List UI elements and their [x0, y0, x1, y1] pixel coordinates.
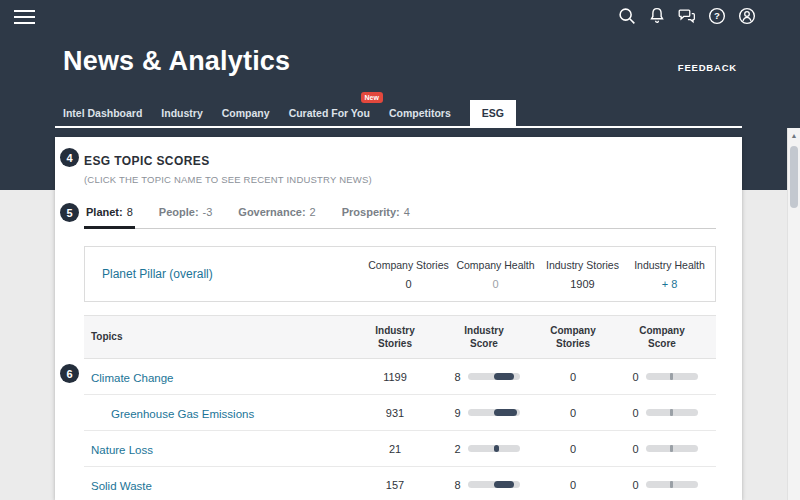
- topic-link-greenhouse-gas[interactable]: Greenhouse Gas Emissions: [111, 408, 254, 420]
- stat-company-stories-value: 0: [365, 278, 452, 290]
- section-head: ESG TOPIC SCORES (CLICK THE TOPIC NAME T…: [55, 137, 742, 185]
- tab-intel-dashboard[interactable]: Intel Dashboard: [63, 100, 142, 126]
- topic-link-climate-change[interactable]: Climate Change: [91, 372, 173, 384]
- industry-stories-value: 1199: [360, 371, 430, 383]
- company-score-value: 0: [627, 443, 639, 455]
- industry-score-value: 2: [449, 443, 461, 455]
- svg-text:?: ?: [714, 10, 720, 21]
- company-score-gauge: [646, 409, 698, 416]
- pillar-tab-planet-value: 8: [127, 206, 133, 218]
- topbar-icons: ?: [616, 5, 758, 27]
- topics-table: Topics Industry Stories Industry Score C…: [84, 315, 716, 500]
- stat-company-health-value: 0: [452, 278, 539, 290]
- scrollbar-thumb[interactable]: [790, 146, 798, 208]
- industry-score-gauge: [468, 373, 520, 380]
- company-score-value: 0: [627, 407, 639, 419]
- header-topics: Topics: [84, 330, 360, 344]
- company-score-value: 0: [627, 371, 639, 383]
- pillar-overview-box: Planet Pillar (overall) Company Stories …: [84, 246, 716, 302]
- header-industry-stories: Industry Stories: [360, 324, 430, 351]
- header-company-score: Company Score: [608, 324, 716, 351]
- pillar-tab-prosperity[interactable]: Prosperity:4: [340, 206, 412, 229]
- pillar-tab-planet-label: Planet:: [86, 206, 123, 218]
- tab-company[interactable]: Company: [222, 100, 270, 126]
- industry-score-gauge: [468, 481, 520, 488]
- tab-competitors[interactable]: Competitors: [389, 100, 451, 126]
- search-icon[interactable]: [616, 5, 638, 27]
- feedback-button[interactable]: FEEDBACK: [678, 62, 737, 73]
- company-score-gauge: [646, 445, 698, 452]
- messages-chat-icon[interactable]: [676, 5, 698, 27]
- new-badge: New: [361, 92, 383, 103]
- vertical-scrollbar[interactable]: ▲: [787, 128, 800, 500]
- nav-underline: [55, 126, 742, 128]
- company-score-value: 0: [627, 479, 639, 491]
- main-nav: Intel Dashboard Industry Company Curated…: [63, 100, 516, 126]
- stat-industry-stories-label: Industry Stories: [539, 259, 626, 271]
- industry-stories-value: 931: [360, 407, 430, 419]
- industry-score-value: 8: [449, 371, 461, 383]
- table-row-climate-change: Climate Change 1199 8 0 0: [84, 359, 716, 395]
- news-analytics-page: ? News & Analytics FEEDBACK Intel Dashbo…: [0, 0, 800, 500]
- company-score-gauge: [646, 481, 698, 488]
- pillar-tabs: Planet:8 People:-3 Governance:2 Prosperi…: [84, 206, 716, 229]
- stat-company-health: Company Health 0: [452, 259, 539, 290]
- pillar-tab-governance-value: 2: [310, 206, 316, 218]
- header-company-stories: Company Stories: [538, 324, 608, 351]
- annotation-step-6: 6: [60, 364, 79, 383]
- pillar-tab-people[interactable]: People:-3: [157, 206, 215, 229]
- table-header-row: Topics Industry Stories Industry Score C…: [84, 315, 716, 359]
- stat-company-health-label: Company Health: [452, 259, 539, 271]
- industry-score-value: 9: [449, 407, 461, 419]
- stat-industry-stories-value: 1909: [539, 278, 626, 290]
- industry-stories-value: 157: [360, 479, 430, 491]
- profile-icon[interactable]: [736, 5, 758, 27]
- industry-score-gauge: [468, 445, 520, 452]
- tab-curated-for-you[interactable]: Curated For You New: [289, 100, 370, 126]
- page-title: News & Analytics: [63, 46, 290, 77]
- pillar-tab-people-label: People:: [159, 206, 199, 218]
- stat-company-stories: Company Stories 0: [365, 259, 452, 290]
- stat-industry-health-label: Industry Health: [626, 259, 713, 271]
- topic-link-nature-loss[interactable]: Nature Loss: [91, 444, 153, 456]
- pillar-tab-planet[interactable]: Planet:8: [84, 206, 135, 229]
- industry-score-value: 8: [449, 479, 461, 491]
- menu-icon[interactable]: [14, 10, 35, 28]
- industry-score-gauge: [468, 409, 520, 416]
- esg-topic-scores-panel: ESG TOPIC SCORES (CLICK THE TOPIC NAME T…: [55, 137, 742, 500]
- section-subtitle: (CLICK THE TOPIC NAME TO SEE RECENT INDU…: [84, 174, 716, 185]
- tab-curated-label: Curated For You: [289, 107, 370, 119]
- scroll-up-arrow-icon[interactable]: ▲: [788, 128, 800, 142]
- header-industry-score: Industry Score: [430, 324, 538, 351]
- pillar-stats: Company Stories 0 Company Health 0 Indus…: [365, 259, 713, 290]
- topic-link-solid-waste[interactable]: Solid Waste: [91, 480, 152, 492]
- stat-industry-health-value: + 8: [626, 278, 713, 290]
- section-title: ESG TOPIC SCORES: [84, 154, 716, 168]
- company-stories-value: 0: [538, 407, 608, 419]
- pillar-tab-people-value: -3: [203, 206, 213, 218]
- company-stories-value: 0: [538, 479, 608, 491]
- company-stories-value: 0: [538, 443, 608, 455]
- company-stories-value: 0: [538, 371, 608, 383]
- stat-industry-stories: Industry Stories 1909: [539, 259, 626, 290]
- pillar-tab-prosperity-label: Prosperity:: [342, 206, 400, 218]
- annotation-step-5: 5: [60, 203, 79, 222]
- stat-industry-health: Industry Health + 8: [626, 259, 713, 290]
- table-row-solid-waste: Solid Waste 157 8 0 0: [84, 467, 716, 500]
- annotation-step-4: 4: [60, 148, 79, 167]
- table-row-greenhouse-gas: Greenhouse Gas Emissions 931 9 0 0: [84, 395, 716, 431]
- pillar-tab-governance-label: Governance:: [238, 206, 305, 218]
- company-score-gauge: [646, 373, 698, 380]
- planet-pillar-overall-link[interactable]: Planet Pillar (overall): [102, 267, 365, 281]
- industry-stories-value: 21: [360, 443, 430, 455]
- pillar-tab-governance[interactable]: Governance:2: [236, 206, 317, 229]
- notifications-bell-icon[interactable]: [646, 5, 668, 27]
- tab-industry[interactable]: Industry: [161, 100, 202, 126]
- tab-esg[interactable]: ESG: [470, 100, 516, 126]
- stat-company-stories-label: Company Stories: [365, 259, 452, 271]
- help-icon[interactable]: ?: [706, 5, 728, 27]
- pillar-tab-prosperity-value: 4: [404, 206, 410, 218]
- table-row-nature-loss: Nature Loss 21 2 0 0: [84, 431, 716, 467]
